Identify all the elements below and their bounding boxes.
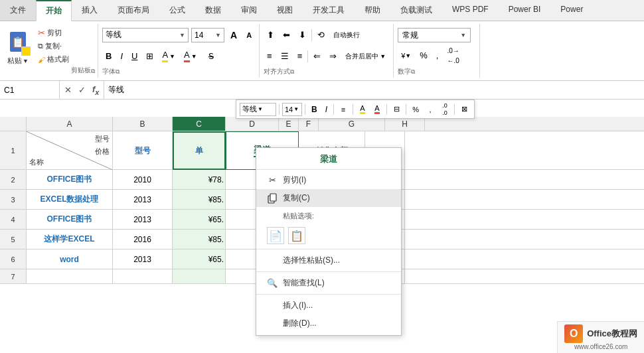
cell-C4[interactable]: ¥65. xyxy=(173,210,226,229)
col-header-H[interactable]: H xyxy=(385,117,425,131)
cell-B2[interactable]: 2010 xyxy=(113,170,173,189)
cell-B4[interactable]: 2013 xyxy=(113,210,173,229)
font-expand-icon[interactable]: ⧉ xyxy=(116,68,120,76)
tab-load-test[interactable]: 负载测试 xyxy=(390,0,442,21)
cell-A6[interactable]: word xyxy=(27,249,113,269)
strikethrough-button[interactable]: S̶ xyxy=(205,49,217,64)
tab-data[interactable]: 数据 xyxy=(195,0,231,21)
mini-bold-button[interactable]: B xyxy=(308,103,321,116)
increase-font-button[interactable]: A xyxy=(227,28,240,42)
formula-input[interactable]: 等线 xyxy=(104,84,644,96)
merge-center-dropdown[interactable]: ▼ xyxy=(380,53,386,60)
row-header-4[interactable]: 4 xyxy=(0,210,26,230)
tab-home[interactable]: 开始 xyxy=(36,0,72,21)
number-format-select[interactable]: 常规 ▼ xyxy=(398,28,471,42)
insert-function-button[interactable]: fx xyxy=(90,84,101,96)
cell-A3[interactable]: EXCEL数据处理 xyxy=(27,190,113,209)
cell-A4[interactable]: OFFICE图书 xyxy=(27,210,113,229)
fill-color-dropdown[interactable]: ▼ xyxy=(169,53,175,60)
wrap-text-button[interactable]: 自动换行 xyxy=(330,28,363,42)
cell-C6[interactable]: ¥65. xyxy=(173,249,226,269)
tab-power[interactable]: Power xyxy=(550,0,593,21)
cell-A5[interactable]: 这样学EXCEL xyxy=(27,230,113,249)
cell-B7[interactable] xyxy=(113,269,173,283)
mini-extra-button[interactable]: ⊠ xyxy=(457,103,471,116)
cell-C5[interactable]: ¥85. xyxy=(173,230,226,249)
row-header-1[interactable]: 1 xyxy=(0,131,26,170)
context-menu-delete[interactable]: 删除(D)... xyxy=(256,315,401,332)
border-button[interactable]: ⊞ xyxy=(143,49,157,64)
copy-button[interactable]: ⧉ 复制· xyxy=(36,40,71,52)
mini-align-button[interactable]: ≡ xyxy=(337,103,350,116)
cancel-formula-button[interactable]: ✕ xyxy=(62,85,74,95)
col-header-B[interactable]: B xyxy=(113,117,173,131)
comma-button[interactable]: , xyxy=(433,48,442,63)
decrease-decimal-button[interactable]: ←.0 xyxy=(443,56,462,65)
paste-button[interactable]: 📋 粘贴▼ xyxy=(3,25,33,68)
cell-A1[interactable]: 型号 名称 价格 xyxy=(27,131,113,170)
tab-file[interactable]: 文件 xyxy=(0,0,36,21)
text-direction-button[interactable]: ⟲ xyxy=(314,28,328,42)
context-menu-copy[interactable]: 复制(C) xyxy=(256,189,401,207)
cell-B6[interactable]: 2013 xyxy=(113,249,173,269)
cell-reference-box[interactable]: C1 xyxy=(0,81,60,99)
mini-fill-color-button[interactable]: A xyxy=(356,103,369,116)
cut-button[interactable]: ✂ 剪切 xyxy=(36,27,71,38)
cell-C3[interactable]: ¥85. xyxy=(173,190,226,209)
font-color-dropdown[interactable]: ▼ xyxy=(191,53,197,60)
font-color-button[interactable]: A ▼ xyxy=(181,49,201,64)
tab-developer[interactable]: 开发工具 xyxy=(303,0,355,21)
align-center-button[interactable]: ☰ xyxy=(278,49,292,64)
increase-indent-button[interactable]: ⇒ xyxy=(326,49,340,64)
decrease-font-button[interactable]: A xyxy=(243,28,255,42)
tab-review[interactable]: 审阅 xyxy=(231,0,267,21)
merge-center-button[interactable]: 合并后居中 ▼ xyxy=(342,49,389,64)
cell-A7[interactable] xyxy=(27,269,113,283)
alignment-expand-icon[interactable]: ⧉ xyxy=(290,68,294,76)
format-painter-button[interactable]: 🖌 格式刷 xyxy=(36,54,71,65)
context-menu-paste-special[interactable]: 选择性粘贴(S)... xyxy=(256,251,401,269)
font-size-select[interactable]: 14 ▼ xyxy=(191,28,224,42)
align-top-button[interactable]: ⬆ xyxy=(264,28,278,42)
tab-formulas[interactable]: 公式 xyxy=(159,0,195,21)
tab-power-bi[interactable]: Power BI xyxy=(499,0,551,21)
currency-button[interactable]: ¥▼ xyxy=(398,48,414,63)
tab-view[interactable]: 视图 xyxy=(267,0,303,21)
cell-C2[interactable]: ¥78. xyxy=(173,170,226,189)
mini-comma-button[interactable]: , xyxy=(424,103,437,116)
mini-increase-decimal[interactable]: .0 xyxy=(438,102,451,109)
mini-decrease-decimal[interactable]: .0 xyxy=(438,109,451,116)
decrease-indent-button[interactable]: ⇐ xyxy=(310,49,324,64)
percent-button[interactable]: % xyxy=(416,48,431,63)
col-header-D[interactable]: D xyxy=(226,117,279,131)
col-header-C[interactable]: C xyxy=(173,117,226,131)
cell-C7[interactable] xyxy=(173,269,226,283)
tab-wps-pdf[interactable]: WPS PDF xyxy=(442,0,499,21)
underline-button[interactable]: U xyxy=(128,49,141,64)
cell-B3[interactable]: 2013 xyxy=(113,190,173,209)
col-header-A[interactable]: A xyxy=(27,117,113,131)
clipboard-expand-icon[interactable]: ⧉ xyxy=(91,68,95,75)
cell-C1[interactable]: 单 xyxy=(173,131,226,170)
context-menu-smart-lookup[interactable]: 🔍 智能查找(L) xyxy=(256,274,401,292)
tab-help[interactable]: 帮助 xyxy=(355,0,390,21)
increase-decimal-button[interactable]: .0→ xyxy=(443,46,462,55)
mini-size-select[interactable]: 14 ▼ xyxy=(282,103,302,116)
cell-B1[interactable]: 型号 xyxy=(113,131,173,170)
align-middle-button[interactable]: ⬅ xyxy=(280,28,293,42)
row-header-3[interactable]: 3 xyxy=(0,190,26,210)
font-name-select[interactable]: 等线 ▼ xyxy=(102,28,189,42)
align-right-button[interactable]: ≡ xyxy=(294,49,306,64)
col-header-G[interactable]: G xyxy=(319,117,385,131)
align-bottom-button[interactable]: ⬇ xyxy=(295,28,309,42)
row-header-7[interactable]: 7 xyxy=(0,269,26,284)
mini-italic-button[interactable]: I xyxy=(322,103,331,116)
fill-color-button[interactable]: A ▼ xyxy=(159,49,179,64)
paste-icon-2[interactable]: 📋 xyxy=(288,227,305,244)
mini-font-color-button[interactable]: A xyxy=(370,103,384,116)
cell-B5[interactable]: 2016 xyxy=(113,230,173,249)
context-menu-insert[interactable]: 插入(I)... xyxy=(256,297,401,315)
mini-percent-button[interactable]: % xyxy=(409,103,422,116)
row-header-5[interactable]: 5 xyxy=(0,230,26,249)
align-left-button[interactable]: ≡ xyxy=(264,49,276,64)
